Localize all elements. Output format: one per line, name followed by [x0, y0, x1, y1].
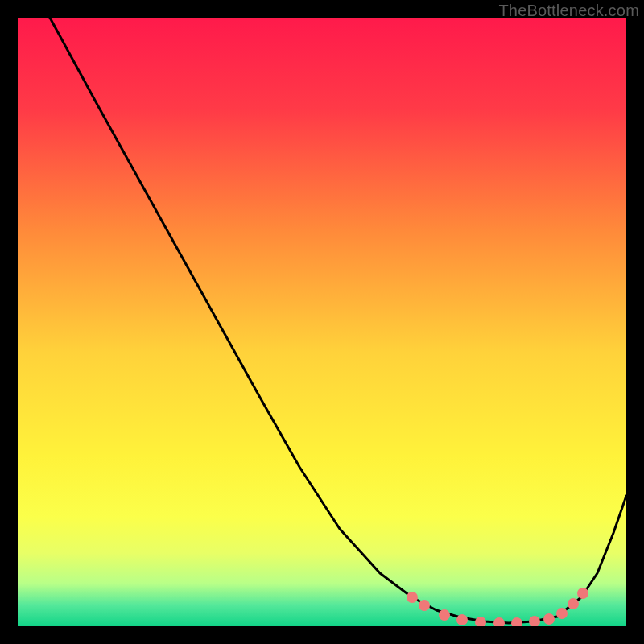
gradient-background [18, 18, 626, 626]
chart-plot-area [18, 18, 626, 626]
svg-rect-0 [18, 18, 626, 626]
